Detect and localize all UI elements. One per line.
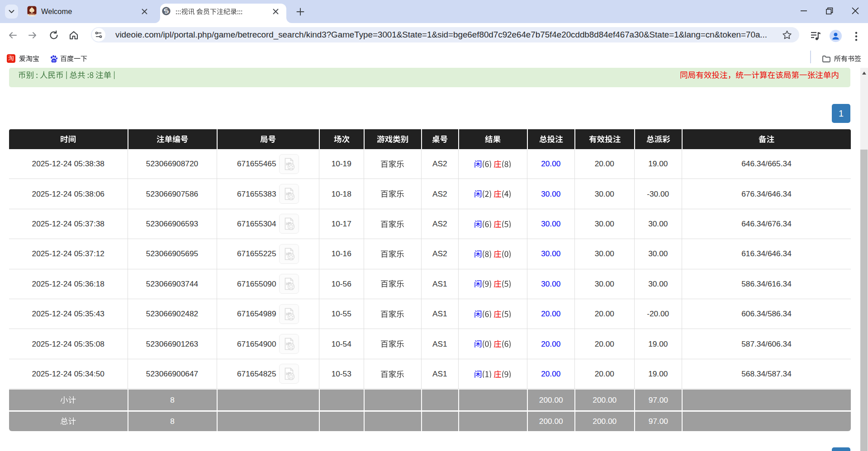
svg-text:du: du: [52, 59, 55, 62]
